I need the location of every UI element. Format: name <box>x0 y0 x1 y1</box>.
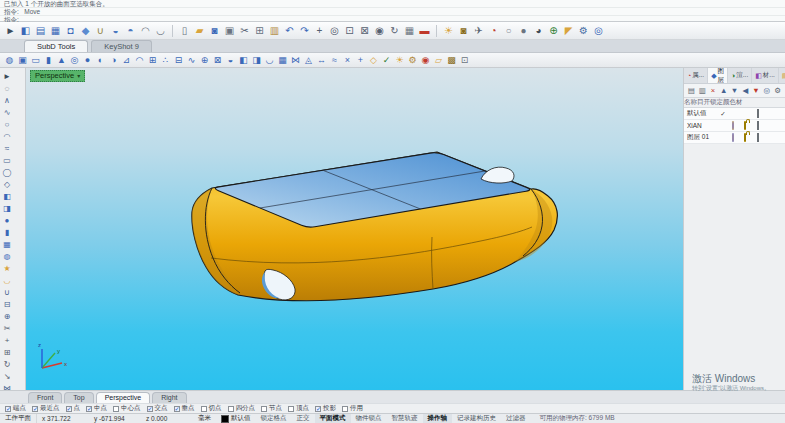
fly-view-icon[interactable]: ✈ <box>472 24 486 38</box>
layer-row-01[interactable]: 图层 01 <box>684 132 785 144</box>
save-icon[interactable]: ◙ <box>208 24 222 38</box>
osnap-checkbox[interactable] <box>32 406 38 412</box>
gem-icon[interactable]: ◆ <box>79 24 93 38</box>
flatten-icon[interactable]: ▱ <box>433 54 445 66</box>
osnap-tangent[interactable]: 切点 <box>201 404 222 413</box>
cplane-pane[interactable]: 工作平面 <box>0 414 37 423</box>
cylinder-icon[interactable]: ▮ <box>2 227 13 238</box>
viewport-title[interactable]: Perspective▾ <box>30 70 85 82</box>
repair-icon[interactable]: ⚙ <box>407 54 419 66</box>
paste-icon[interactable]: ▥ <box>268 24 282 38</box>
osnap-end[interactable]: 端点 <box>5 404 26 413</box>
move-icon[interactable]: + <box>2 335 13 346</box>
circle-icon[interactable]: ○ <box>2 119 13 130</box>
osnap-mid[interactable]: 中点 <box>86 404 107 413</box>
grid-table-icon[interactable]: ▦ <box>403 24 417 38</box>
subd-tools-tab[interactable]: SubD Tools <box>24 40 88 52</box>
rebuild-subd-icon[interactable]: ◑ <box>108 54 120 66</box>
pack-faces-icon[interactable]: ▩ <box>446 54 458 66</box>
subd-cone-icon[interactable]: ▲ <box>56 54 68 66</box>
command-history[interactable]: 已加入 1 个开放的曲面至选取集合。指令: _Move指令: <box>0 0 785 22</box>
layer-name[interactable]: XiAN <box>684 122 718 129</box>
wireframe-mode-icon[interactable]: ○ <box>502 24 516 38</box>
3d-model[interactable] <box>192 152 558 301</box>
search-icon[interactable]: ◎ <box>762 86 772 96</box>
rotate-icon[interactable]: ↻ <box>2 359 13 370</box>
layers-tab[interactable]: ◆ 图层 <box>708 68 728 83</box>
viewport-tab-right[interactable]: Right <box>152 392 186 403</box>
osnap-knot[interactable]: 节点 <box>261 404 282 413</box>
osnap-perpendicular[interactable]: 垂点 <box>174 404 195 413</box>
mesh-sphere-icon[interactable]: ◍ <box>2 251 13 262</box>
copy-object-icon[interactable]: ⊞ <box>2 347 13 358</box>
subd-torus-icon[interactable]: ◎ <box>69 54 81 66</box>
reflect-icon[interactable]: ◬ <box>303 54 315 66</box>
osnap-quadrant[interactable]: 四分点 <box>228 404 256 413</box>
layer-on-bulb-icon[interactable] <box>732 121 734 130</box>
rectangle-icon[interactable]: ▭ <box>2 155 13 166</box>
fillet-icon[interactable]: ◡ <box>2 275 13 286</box>
symmetry-icon[interactable]: ⋈ <box>290 54 302 66</box>
append-face-icon[interactable]: ◧ <box>238 54 250 66</box>
osnap-checkbox[interactable] <box>201 406 207 412</box>
active-layer-pane[interactable]: 默认值 <box>216 414 256 423</box>
osnap-checkbox[interactable] <box>261 406 267 412</box>
subd-display-icon[interactable]: ◧ <box>19 24 33 38</box>
arc-icon[interactable]: ◠ <box>2 131 13 142</box>
osnap-point[interactable]: 点 <box>66 404 81 413</box>
polygon-icon[interactable]: ◇ <box>2 179 13 190</box>
gumball-pane[interactable]: 操作轴 <box>423 414 453 423</box>
freeform-icon[interactable]: ≈ <box>2 143 13 154</box>
subd-plane-icon[interactable]: ▭ <box>30 54 42 66</box>
insert-edge-icon[interactable]: ⊞ <box>147 54 159 66</box>
ortho-pane[interactable]: 正交 <box>292 414 315 423</box>
material-cup-icon[interactable]: ◒ <box>109 24 123 38</box>
merge-faces-icon[interactable]: ⊕ <box>199 54 211 66</box>
print-icon[interactable]: ▣ <box>223 24 237 38</box>
select-lasso-icon[interactable]: ◌ <box>2 83 13 94</box>
collapse-icon[interactable]: ◀ <box>740 86 750 96</box>
rendered-mode-icon[interactable]: ◕ <box>532 24 546 38</box>
stitch-icon[interactable]: ∿ <box>186 54 198 66</box>
join-icon[interactable]: ⊕ <box>2 311 13 322</box>
delete-layer-icon[interactable]: × <box>708 86 718 96</box>
smarttrack-pane[interactable]: 智慧轨迹 <box>387 414 423 423</box>
earth-icon[interactable]: ⊕ <box>547 24 561 38</box>
zoom-dynamic-icon[interactable]: ◎ <box>328 24 342 38</box>
smooth-icon[interactable]: ≈ <box>329 54 341 66</box>
slide-edge-icon[interactable]: ↔ <box>316 54 328 66</box>
lamp-icon[interactable]: ☀ <box>442 24 456 38</box>
ellipse-icon[interactable]: ◯ <box>2 167 13 178</box>
display-tab[interactable]: ◑ 渲... <box>728 68 752 83</box>
boolean-union-icon[interactable]: ∪ <box>2 287 13 298</box>
crease-icon[interactable]: ⊿ <box>121 54 133 66</box>
boolean-difference-icon[interactable]: ⊟ <box>2 299 13 310</box>
sphere-icon[interactable]: ● <box>2 215 13 226</box>
layer-state-icon[interactable]: ▦ <box>49 24 63 38</box>
layer-row-default[interactable]: 默认值 ✓ <box>684 108 785 120</box>
display-colors-icon[interactable]: ◔ <box>487 24 501 38</box>
delete-face-icon[interactable]: ⊠ <box>212 54 224 66</box>
check-subd-icon[interactable]: ✓ <box>381 54 393 66</box>
osnap-pane[interactable]: 物件锁点 <box>351 414 387 423</box>
move-down-icon[interactable]: ▼ <box>730 86 740 96</box>
filter-pane[interactable]: 过滤器 <box>501 414 531 423</box>
toggle-display-icon[interactable]: ◉ <box>420 54 432 66</box>
gear-globe-icon[interactable]: ⚙ <box>577 24 591 38</box>
scale-icon[interactable]: ↘ <box>2 371 13 382</box>
layer-color-swatch[interactable] <box>757 133 759 142</box>
flag-icon[interactable]: ◤ <box>562 24 576 38</box>
explode-icon[interactable]: ★ <box>2 263 13 274</box>
select-arrow-icon[interactable]: ► <box>2 71 13 82</box>
subd-box-icon[interactable]: ▣ <box>17 54 29 66</box>
osnap-checkbox[interactable] <box>5 406 11 412</box>
units-pane[interactable]: 毫米 <box>193 414 216 423</box>
subd-cylinder-icon[interactable]: ▮ <box>43 54 55 66</box>
filter-icon[interactable]: ▼ <box>751 86 761 96</box>
layer-name[interactable]: 图层 01 <box>684 133 718 142</box>
rotate-view-icon[interactable]: ↻ <box>388 24 402 38</box>
remove-crease-icon[interactable]: ◠ <box>134 54 146 66</box>
insert-point-icon[interactable]: ∴ <box>160 54 172 66</box>
unweld-icon[interactable]: × <box>342 54 354 66</box>
multipipe-icon[interactable]: ◡ <box>264 54 276 66</box>
